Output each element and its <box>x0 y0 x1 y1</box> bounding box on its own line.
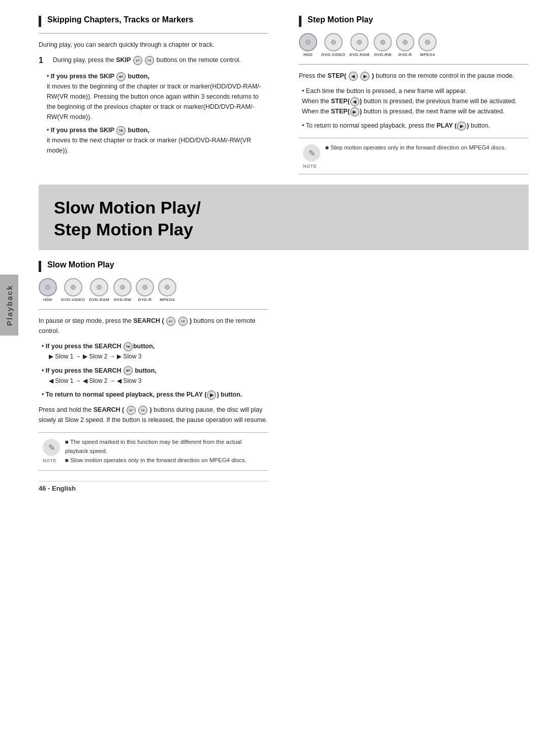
slow-dvd-r-circle <box>136 278 154 296</box>
hdd-disc-icon: HDD <box>299 33 317 57</box>
dvd-r-circle <box>396 33 414 51</box>
dvd-rw-label: DVD-RW <box>374 52 392 57</box>
dvd-r-icon: DVD-R <box>396 33 414 57</box>
left-column: Skipping Chapters, Tracks or Markers Dur… <box>39 15 273 174</box>
play-icon: ▶ <box>457 122 466 131</box>
step-body: Press the STEP( ◀ ▶ ) buttons on the rem… <box>299 71 529 81</box>
slow-hdd-circle <box>39 278 57 296</box>
disc-icons-row: HDD DVD-VIDEO DVD-RAM DVD-RW <box>299 33 529 57</box>
skip-back-btn-icon: ↩ <box>116 72 126 81</box>
slow-disc-icons-row: HDD DVD-VIDEO DVD-RAM DVD-RW <box>39 278 268 302</box>
page: Playback Skipping Chapters, Tracks or Ma… <box>0 0 549 756</box>
slow-note-icon: ✎ <box>43 439 60 456</box>
step-note-box: ✎ NOTE ■ Step motion operates only in th… <box>299 138 529 174</box>
skip-bullets: If you press the SKIP ↩ button, it moves… <box>47 71 268 156</box>
big-header-line2: Step Motion Play <box>54 220 193 239</box>
slow-bullet-2: If you press the SEARCH ↩ button, ◀ Slow… <box>42 366 268 387</box>
slow-mpeg4-icon: MPEG4 <box>158 278 176 302</box>
side-tab: Playback <box>0 275 18 336</box>
slow-dvd-ram-icon: DVD-RAM <box>89 278 109 302</box>
skip-section-title: Skipping Chapters, Tracks or Markers <box>39 15 268 27</box>
step-1-content: During play, press the SKIP ↩ ↪ buttons … <box>53 55 241 66</box>
slow-title-bar-icon <box>39 261 41 272</box>
hdd-circle <box>299 33 317 51</box>
hdd-label: HDD <box>303 52 313 57</box>
slow-divider <box>39 309 268 310</box>
dvd-rw-circle <box>374 33 392 51</box>
big-header: Slow Motion Play/ Step Motion Play <box>39 185 529 250</box>
slow-note-text-2: Slow motion operates only in the forward… <box>70 457 246 463</box>
search-bwd-btn-icon: ↩ <box>124 366 133 375</box>
skip-fwd-icon: ↪ <box>145 56 154 65</box>
search-fwd-icon: ↪ <box>178 317 188 326</box>
step-title-text: Step Motion Play <box>308 15 373 24</box>
dvd-ram-label: DVD-RAM <box>349 52 370 57</box>
step-note-content: ■ Step motion operates only in the forwa… <box>325 143 506 153</box>
hold-search-back-icon: ↩ <box>127 406 136 415</box>
slow-mpeg4-label: MPEG4 <box>160 297 175 302</box>
slow-bullet-list: If you press the SEARCH ↪button, ▶ Slow … <box>42 341 268 400</box>
slow-bullet-1: If you press the SEARCH ↪button, ▶ Slow … <box>42 341 268 362</box>
content-area: Skipping Chapters, Tracks or Markers Dur… <box>18 0 549 756</box>
dvd-video-icon: DVD-VIDEO <box>321 33 345 57</box>
step-bullet-1-text: Each time the button is pressed, a new f… <box>306 87 467 95</box>
step-prev-icon: ◀ <box>350 97 359 106</box>
step-number: 1 <box>39 55 48 66</box>
title-bar-icon <box>39 16 41 27</box>
mpeg4-label: MPEG4 <box>420 52 435 57</box>
slow-hdd-label: HDD <box>43 297 52 302</box>
search-back-icon: ↩ <box>166 317 175 326</box>
skip-fwd-btn-icon: ↪ <box>116 126 126 135</box>
skip-bullet-2-text: it moves to the next chapter or track or… <box>47 137 251 154</box>
slow-dvd-r-label: DVD-R <box>138 297 152 302</box>
step-divider <box>299 64 529 65</box>
right-column: Step Motion Play HDD DVD-VIDEO DVD-RAM <box>294 15 529 174</box>
step-bullet-1: Each time the button is pressed, a new f… <box>302 86 529 116</box>
dvd-video-label: DVD-VIDEO <box>321 52 345 57</box>
slow-dvd-ram-circle <box>90 278 108 296</box>
slow-dvd-ram-label: DVD-RAM <box>89 297 109 302</box>
step-bullet-2: To return to normal speed playback, pres… <box>302 120 529 131</box>
slow-dvd-rw-icon: DVD-RW <box>113 278 132 302</box>
dvd-ram-icon: DVD-RAM <box>349 33 370 57</box>
note-label: NOTE <box>303 164 320 169</box>
step-bullet-list: Each time the button is pressed, a new f… <box>302 86 529 131</box>
slow-note-box: ✎ NOTE ■ The speed marked in this functi… <box>39 432 268 470</box>
step-note-text: Step motion operates only in the forward… <box>330 144 506 150</box>
slow-dvd-rw-label: DVD-RW <box>114 297 132 302</box>
skip-back-icon: ↩ <box>133 56 142 65</box>
slow-fwd-seq: ▶ Slow 1 → ▶ Slow 2 → ▶ Slow 3 <box>49 351 268 362</box>
slow-dvd-r-icon: DVD-R <box>136 278 154 302</box>
page-footer: 46 - English <box>39 481 268 492</box>
slow-body-2: Press and hold the SEARCH ( ↩ ↪ ) button… <box>39 405 268 425</box>
big-header-title: Slow Motion Play/ Step Motion Play <box>54 197 513 240</box>
bottom-section: Slow Motion Play HDD DVD-VIDEO DVD-RAM <box>39 260 529 492</box>
slow-bullet-3: To return to normal speed playback, pres… <box>42 389 268 400</box>
slow-mpeg4-circle <box>158 278 176 296</box>
slow-body: In pause or step mode, press the SEARCH … <box>39 316 268 336</box>
note-icon: ✎ <box>303 144 320 162</box>
bottom-right-empty <box>294 260 529 492</box>
top-section: Skipping Chapters, Tracks or Markers Dur… <box>39 15 529 174</box>
slow-note-text-1: The speed marked in this function may be… <box>65 439 241 454</box>
slow-section-title: Slow Motion Play <box>39 260 268 272</box>
step-fwd-icon: ▶ <box>360 72 370 81</box>
search-fwd-btn-icon: ↪ <box>124 342 133 351</box>
skip-body-text: During play, you can search quickly thro… <box>39 40 268 50</box>
slow-bwd-seq: ◀ Slow 1 → ◀ Slow 2 → ◀ Slow 3 <box>49 376 268 387</box>
step-when1: When the STEP(◀) button is pressed, the … <box>302 98 516 105</box>
dvd-video-circle <box>324 33 343 51</box>
step-next-icon: ▶ <box>350 107 359 116</box>
slow-dvd-video-icon: DVD-VIDEO <box>61 278 85 302</box>
title-divider <box>39 33 268 34</box>
dvd-ram-circle <box>350 33 369 51</box>
skip-bullet-1: If you press the SKIP ↩ button, it moves… <box>47 71 268 122</box>
step-when2: When the STEP(▶) button is pressed, the … <box>302 108 505 115</box>
step-section-title: Step Motion Play <box>299 15 529 27</box>
slow-note-content: ■ The speed marked in this function may … <box>65 438 264 465</box>
slow-motion-section: Slow Motion Play HDD DVD-VIDEO DVD-RAM <box>39 260 273 492</box>
mpeg4-circle <box>418 33 437 51</box>
slow-dvd-video-circle <box>64 278 82 296</box>
slow-dvd-video-label: DVD-VIDEO <box>61 297 85 302</box>
skip-bullet-2: If you press the SKIP ↪ button, it moves… <box>47 125 268 156</box>
